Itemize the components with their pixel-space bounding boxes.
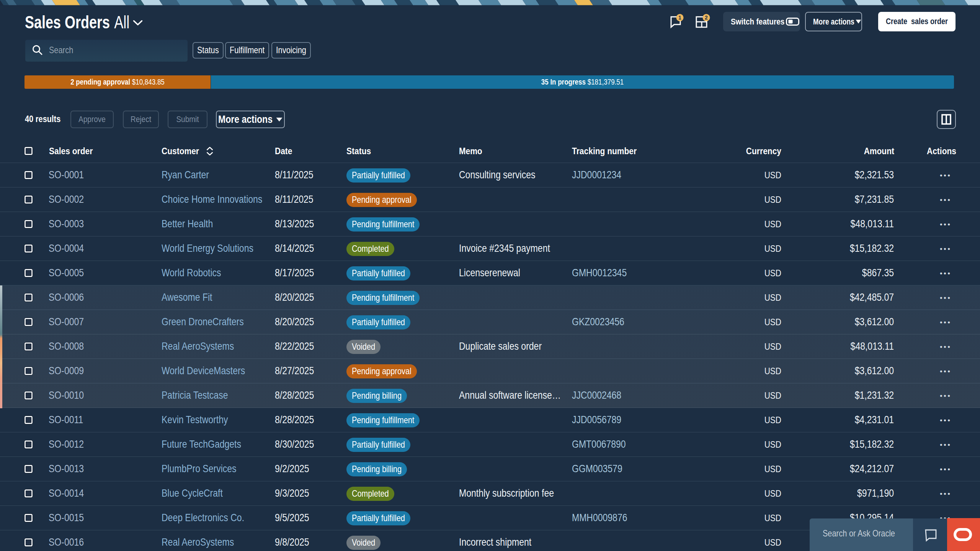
svg-text:1: 1 [678, 15, 681, 21]
svg-text:2: 2 [705, 15, 708, 21]
